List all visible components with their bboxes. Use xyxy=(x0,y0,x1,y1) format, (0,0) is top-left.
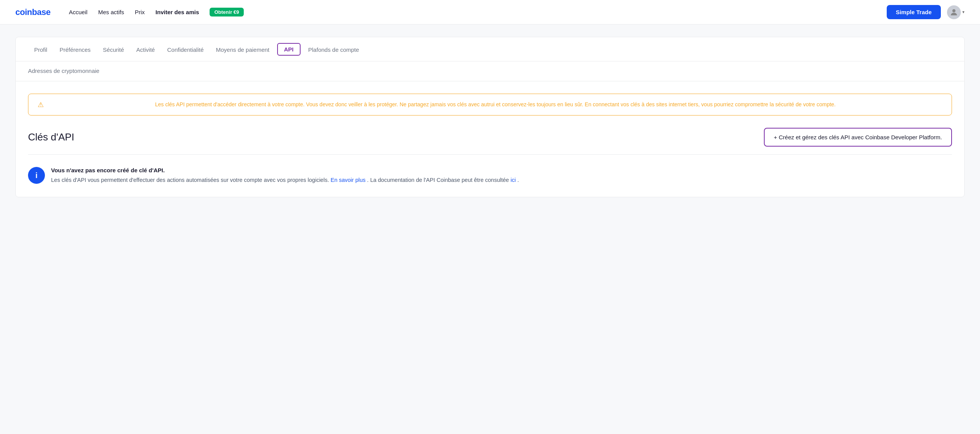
info-icon: i xyxy=(28,167,45,184)
main-content: Profil Préférences Sécurité Activité Con… xyxy=(0,25,980,210)
tab-plafonds[interactable]: Plafonds de compte xyxy=(302,37,365,61)
info-text-part1: Les clés d'API vous permettent d'effectu… xyxy=(51,177,329,183)
info-text-part2: . La documentation de l'API Coinbase peu… xyxy=(367,177,509,183)
nav-inviter[interactable]: Inviter des amis xyxy=(155,9,199,15)
avatar-menu[interactable]: ▾ xyxy=(947,5,965,19)
settings-card: Profil Préférences Sécurité Activité Con… xyxy=(15,37,965,197)
info-link-ici[interactable]: ici xyxy=(511,177,516,183)
avatar xyxy=(947,5,961,19)
simple-trade-button[interactable]: Simple Trade xyxy=(887,5,941,19)
tab-confidentialite[interactable]: Confidentialité xyxy=(161,37,210,61)
content-area: ⚠ Les clés API permettent d'accéder dire… xyxy=(16,81,964,197)
info-content: Vous n'avez pas encore créé de clé d'API… xyxy=(51,167,519,185)
tab-moyens-paiement[interactable]: Moyens de paiement xyxy=(210,37,276,61)
tab-profil[interactable]: Profil xyxy=(28,37,53,61)
nav: Accueil Mes actifs Prix Inviter des amis… xyxy=(69,8,874,17)
nav-mes-actifs[interactable]: Mes actifs xyxy=(98,9,124,15)
header-right: Simple Trade ▾ xyxy=(887,5,965,19)
create-api-button[interactable]: + Créez et gérez des clés API avec Coinb… xyxy=(764,128,952,147)
api-section-header: Clés d'API + Créez et gérez des clés API… xyxy=(28,128,952,155)
warning-box: ⚠ Les clés API permettent d'accéder dire… xyxy=(28,94,952,116)
info-text: Les clés d'API vous permettent d'effectu… xyxy=(51,176,519,185)
tab-securite[interactable]: Sécurité xyxy=(97,37,130,61)
warning-text: Les clés API permettent d'accéder direct… xyxy=(48,100,942,109)
logo[interactable]: coinbase xyxy=(15,7,50,17)
info-text-part3: . xyxy=(517,177,519,183)
info-box: i Vous n'avez pas encore créé de clé d'A… xyxy=(28,167,952,185)
obtain-badge[interactable]: Obtenir €9 xyxy=(210,8,243,17)
avatar-chevron-icon: ▾ xyxy=(962,10,965,15)
tab-adresses[interactable]: Adresses de cryptomonnaie xyxy=(28,68,99,81)
nav-accueil[interactable]: Accueil xyxy=(69,9,87,15)
warning-icon: ⚠ xyxy=(38,101,44,109)
nav-prix[interactable]: Prix xyxy=(135,9,145,15)
svg-point-0 xyxy=(952,9,955,12)
header: coinbase Accueil Mes actifs Prix Inviter… xyxy=(0,0,980,25)
tabs-row-1: Profil Préférences Sécurité Activité Con… xyxy=(16,37,964,61)
tab-activite[interactable]: Activité xyxy=(130,37,161,61)
tabs-row-2: Adresses de cryptomonnaie xyxy=(16,61,964,81)
api-section-title: Clés d'API xyxy=(28,131,74,143)
info-link-learn-more[interactable]: En savoir plus xyxy=(331,177,365,183)
info-title: Vous n'avez pas encore créé de clé d'API… xyxy=(51,167,519,173)
tab-preferences[interactable]: Préférences xyxy=(53,37,97,61)
tab-api[interactable]: API xyxy=(277,43,301,56)
